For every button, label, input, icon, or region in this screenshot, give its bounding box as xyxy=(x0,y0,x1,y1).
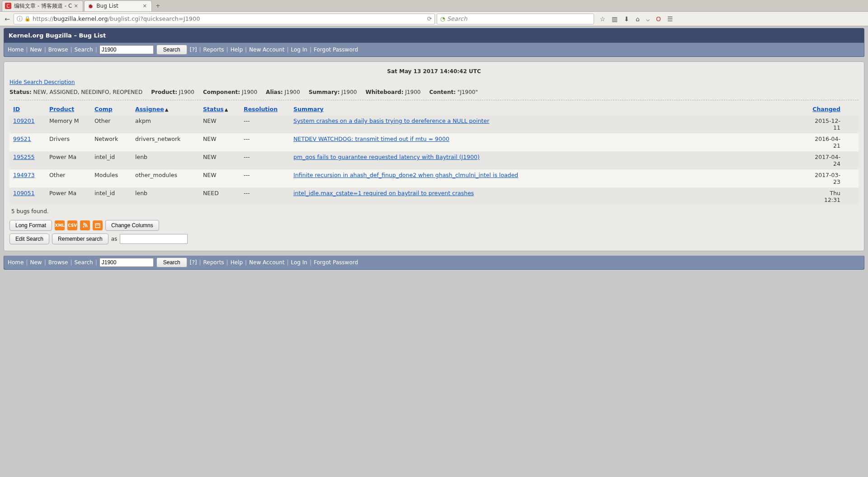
bookmark-star-icon[interactable]: ☆ xyxy=(599,15,605,23)
bug-id-link[interactable]: 195255 xyxy=(13,154,35,160)
favicon-1: 🐞 xyxy=(87,3,94,9)
bug-summary-link[interactable]: intel_idle.max_cstate=1 required on bayt… xyxy=(293,190,474,196)
criteria-component: J1900 xyxy=(242,89,257,95)
col-resolution[interactable]: Resolution xyxy=(240,103,290,115)
col-status[interactable]: Status▲ xyxy=(199,103,240,115)
bnav-help[interactable]: Help xyxy=(231,259,243,266)
cell-changed: 2016-04-21 xyxy=(809,133,859,151)
col-comp[interactable]: Comp xyxy=(91,103,132,115)
bug-summary-link[interactable]: System crashes on a daily basis trying t… xyxy=(293,117,489,124)
bnav-new[interactable]: New xyxy=(30,259,42,266)
browser-search-input[interactable]: ◔ Search xyxy=(437,14,594,24)
criteria-status-label: Status: xyxy=(9,89,32,95)
search-button[interactable]: Search xyxy=(156,45,187,55)
home-icon[interactable]: ⌂ xyxy=(636,15,640,23)
search-criteria: Status: NEW, ASSIGNED, NEEDINFO, REOPENE… xyxy=(9,85,859,100)
cell-changed: 2017-03-23 xyxy=(809,169,859,187)
bnav-browse[interactable]: Browse xyxy=(48,259,68,266)
sort-asc-icon: ▲ xyxy=(165,107,169,112)
bug-id-link[interactable]: 109201 xyxy=(13,117,35,124)
url-input[interactable]: ⓘ 🔒 https://bugzilla.kernel.org/buglist.… xyxy=(14,14,435,24)
top-nav: Home| New| Browse| Search| Search [?]| R… xyxy=(4,43,864,57)
edit-search-button[interactable]: Edit Search xyxy=(9,234,49,244)
quicksearch-input[interactable] xyxy=(99,45,154,54)
cell-assignee: other_modules xyxy=(132,169,199,187)
back-button[interactable]: ← xyxy=(3,14,12,23)
tab-0[interactable]: C 编辑文章 - 博客频道 - C × xyxy=(2,0,83,11)
nav-new[interactable]: New xyxy=(30,47,42,53)
cell-status: NEW xyxy=(199,133,240,151)
bnav-search-button[interactable]: Search xyxy=(156,257,187,267)
nav-help[interactable]: Help xyxy=(231,47,243,53)
bugs-found: 5 bugs found. xyxy=(9,206,859,220)
downloads-icon[interactable]: ⬇ xyxy=(624,15,629,23)
bnav-forgot[interactable]: Forgot Password xyxy=(314,259,358,266)
bug-id-link[interactable]: 99521 xyxy=(13,136,31,142)
sort-asc-icon-2: ▲ xyxy=(225,107,228,112)
bnav-search-link[interactable]: Search xyxy=(74,259,93,266)
new-tab-button[interactable]: + xyxy=(153,1,163,10)
bug-summary-link[interactable]: Infinite recursion in ahash_def_finup_do… xyxy=(293,172,518,178)
rss-icon[interactable] xyxy=(80,220,90,230)
criteria-alias: J1900 xyxy=(285,89,300,95)
tab-0-title: 编辑文章 - 博客频道 - C xyxy=(14,2,72,10)
search-engine-icon: ◔ xyxy=(440,15,445,22)
col-assignee[interactable]: Assignee▲ xyxy=(132,103,199,115)
search-placeholder: Search xyxy=(447,15,467,22)
col-changed[interactable]: Changed xyxy=(809,103,859,115)
ical-icon[interactable] xyxy=(93,220,103,230)
table-row: 109201Memory MOtherakpmNEW---System cras… xyxy=(9,115,859,133)
reload-icon[interactable]: ⟳ xyxy=(427,15,432,22)
nav-reports[interactable]: Reports xyxy=(203,47,224,53)
cell-status: NEW xyxy=(199,169,240,187)
bnav-home[interactable]: Home xyxy=(8,259,24,266)
info-icon[interactable]: ⓘ xyxy=(17,15,23,23)
tab-0-close-icon[interactable]: × xyxy=(72,3,80,9)
bnav-new-account[interactable]: New Account xyxy=(249,259,284,266)
cell-resolution: --- xyxy=(240,169,290,187)
tab-1-close-icon[interactable]: × xyxy=(141,3,149,9)
url-host: bugzilla.kernel.org xyxy=(54,15,108,22)
pocket-icon[interactable]: ⌵ xyxy=(646,15,650,23)
nav-login[interactable]: Log In xyxy=(291,47,307,53)
criteria-summary: J1900 xyxy=(341,89,357,95)
bnav-reports[interactable]: Reports xyxy=(203,259,224,266)
remember-search-button[interactable]: Remember search xyxy=(52,234,108,244)
cell-product: Power Ma xyxy=(46,187,91,206)
bnav-help-q[interactable]: [?] xyxy=(190,259,197,266)
cell-product: Power Ma xyxy=(46,151,91,169)
change-columns-button[interactable]: Change Columns xyxy=(105,220,159,231)
cell-changed: 2017-04-24 xyxy=(809,151,859,169)
library-icon[interactable]: ▥ xyxy=(612,15,618,23)
cell-comp: Network xyxy=(91,133,132,151)
menu-icon[interactable]: ☰ xyxy=(667,15,673,23)
remember-search-input[interactable] xyxy=(120,234,188,244)
bug-summary-link[interactable]: NETDEV WATCHDOG: transmit timed out if m… xyxy=(293,136,449,142)
bug-id-link[interactable]: 194973 xyxy=(13,172,35,178)
bug-id-link[interactable]: 109051 xyxy=(13,190,35,196)
nav-forgot[interactable]: Forgot Password xyxy=(314,47,358,53)
long-format-button[interactable]: Long Format xyxy=(9,220,52,231)
nav-home[interactable]: Home xyxy=(8,47,24,53)
criteria-status: NEW, ASSIGNED, NEEDINFO, REOPENED xyxy=(33,89,143,95)
as-label: as xyxy=(111,236,118,242)
nav-help-q[interactable]: [?] xyxy=(190,47,197,53)
opera-icon[interactable]: O xyxy=(656,15,661,23)
col-summary[interactable]: Summary xyxy=(290,103,809,115)
cell-assignee: lenb xyxy=(132,187,199,206)
cell-status: NEED xyxy=(199,187,240,206)
nav-new-account[interactable]: New Account xyxy=(249,47,284,53)
bug-summary-link[interactable]: pm_qos fails to guarantee requested late… xyxy=(293,154,480,160)
col-product[interactable]: Product xyxy=(46,103,91,115)
bnav-quicksearch-input[interactable] xyxy=(99,258,154,267)
tab-1[interactable]: 🐞 Bug List × xyxy=(84,0,152,11)
hide-search-link[interactable]: Hide Search Description xyxy=(9,79,75,85)
col-id[interactable]: ID xyxy=(9,103,46,115)
xml-icon[interactable]: XML xyxy=(55,220,65,230)
content-box: Sat May 13 2017 14:40:42 UTC Hide Search… xyxy=(4,61,864,251)
bnav-login[interactable]: Log In xyxy=(291,259,307,266)
nav-browse[interactable]: Browse xyxy=(48,47,68,53)
cell-product: Other xyxy=(46,169,91,187)
csv-icon[interactable]: CSV xyxy=(67,220,77,230)
nav-search-link[interactable]: Search xyxy=(74,47,93,53)
